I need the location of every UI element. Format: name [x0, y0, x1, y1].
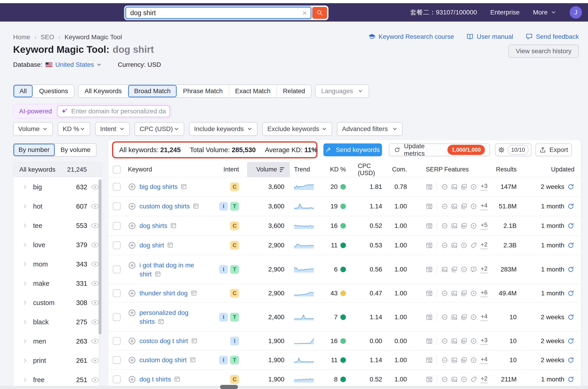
- more-menu[interactable]: More: [533, 9, 556, 16]
- eye-icon[interactable]: [91, 242, 99, 248]
- refresh-icon[interactable]: [567, 266, 574, 273]
- eye-icon[interactable]: [91, 203, 99, 209]
- serp-more-link[interactable]: +5: [481, 222, 488, 230]
- keyword-link[interactable]: dog shirts: [139, 221, 177, 230]
- horizontal-scrollbar-thumb[interactable]: [220, 385, 238, 389]
- eye-icon[interactable]: [91, 184, 99, 190]
- refresh-icon[interactable]: [567, 222, 574, 229]
- database-select[interactable]: United States: [55, 61, 102, 68]
- send-feedback-link[interactable]: Send feedback: [525, 33, 579, 40]
- sidebar-group-row[interactable]: hot 607: [13, 197, 102, 216]
- sidebar-group-row[interactable]: print 261: [13, 351, 102, 370]
- add-keyword-icon[interactable]: [128, 183, 136, 191]
- refresh-icon[interactable]: [567, 376, 574, 383]
- eye-icon[interactable]: [91, 357, 99, 363]
- row-checkbox[interactable]: [113, 202, 121, 210]
- keyword-link[interactable]: big dog shirts: [139, 182, 187, 191]
- eye-icon[interactable]: [91, 261, 99, 267]
- add-keyword-icon[interactable]: [128, 261, 136, 269]
- clear-icon[interactable]: ×: [302, 9, 307, 17]
- row-checkbox[interactable]: [113, 356, 121, 364]
- update-metrics-button[interactable]: Update metrics 1,000/1,000: [389, 143, 490, 156]
- add-keyword-icon[interactable]: [128, 241, 136, 250]
- refresh-icon[interactable]: [567, 290, 574, 297]
- keyword-link[interactable]: costco dog t shirt: [139, 336, 198, 345]
- view-search-history-button[interactable]: View search history: [509, 44, 579, 58]
- keyword-link[interactable]: dog shirt: [139, 241, 174, 250]
- sidebar-group-row[interactable]: tee 553: [13, 216, 102, 235]
- breadcrumb-home[interactable]: Home: [13, 33, 30, 41]
- serp-more-link[interactable]: +4: [481, 356, 488, 364]
- row-checkbox[interactable]: [113, 183, 121, 191]
- filter-include-keywords[interactable]: Include keywords: [189, 122, 257, 136]
- add-keyword-icon[interactable]: [128, 202, 136, 210]
- tab-exact-match[interactable]: Exact Match: [229, 85, 277, 97]
- serp-more-link[interactable]: +3: [481, 337, 488, 345]
- add-keyword-icon[interactable]: [128, 309, 136, 317]
- plan-usage[interactable]: 套餐二：93107/100000: [410, 8, 477, 17]
- keyword-research-course-link[interactable]: Keyword Research course: [368, 33, 454, 40]
- refresh-icon[interactable]: [567, 203, 574, 210]
- row-checkbox[interactable]: [113, 313, 121, 321]
- sidebar-header[interactable]: All keywords 21,245: [13, 162, 102, 177]
- sidebar-group-row[interactable]: big 632: [13, 177, 102, 197]
- row-checkbox[interactable]: [113, 290, 121, 297]
- keyword-link[interactable]: personalized dogshirts: [139, 308, 188, 326]
- refresh-icon[interactable]: [567, 314, 574, 321]
- filter-volume[interactable]: Volume: [13, 122, 53, 136]
- sidebar-scrollbar-thumb[interactable]: [99, 179, 102, 334]
- avatar[interactable]: J: [570, 6, 582, 19]
- add-keyword-icon[interactable]: [128, 222, 136, 230]
- serp-more-link[interactable]: +2: [481, 265, 488, 273]
- eye-icon[interactable]: [91, 280, 99, 286]
- tab-phrase-match[interactable]: Phrase Match: [177, 85, 229, 97]
- eye-icon[interactable]: [91, 223, 99, 228]
- sidebar-group-row[interactable]: mom 343: [13, 255, 102, 274]
- domain-input[interactable]: [71, 108, 166, 115]
- serp-more-link[interactable]: +4: [481, 313, 488, 321]
- eye-icon[interactable]: [91, 338, 99, 344]
- filter-exclude-keywords[interactable]: Exclude keywords: [262, 122, 332, 136]
- serp-more-link[interactable]: +3: [481, 183, 488, 191]
- breadcrumb-seo[interactable]: SEO: [41, 33, 54, 41]
- keyword-link[interactable]: custom dog shirt: [139, 356, 196, 364]
- enterprise-link[interactable]: Enterprise: [490, 9, 520, 16]
- languages-dropdown[interactable]: Languages: [315, 84, 369, 98]
- serp-more-link[interactable]: +2: [481, 375, 488, 383]
- add-keyword-icon[interactable]: [128, 375, 136, 384]
- serp-more-link[interactable]: +4: [481, 202, 488, 210]
- filter-advanced[interactable]: Advanced filters: [337, 122, 403, 136]
- export-button[interactable]: Export: [535, 143, 572, 156]
- toggle-by-number[interactable]: By number: [14, 144, 55, 156]
- row-checkbox[interactable]: [113, 241, 121, 249]
- sidebar-group-row[interactable]: make 331: [13, 274, 102, 293]
- row-checkbox[interactable]: [113, 375, 121, 383]
- sidebar-group-row[interactable]: black 275: [13, 312, 102, 332]
- select-all-checkbox[interactable]: [113, 166, 121, 173]
- search-button[interactable]: [312, 7, 327, 19]
- serp-more-link[interactable]: +6: [481, 290, 488, 297]
- refresh-icon[interactable]: [567, 337, 574, 345]
- sidebar-group-row[interactable]: men 263: [13, 332, 102, 351]
- toggle-by-volume[interactable]: By volume: [55, 144, 96, 156]
- filter-kd[interactable]: KD %: [58, 122, 90, 136]
- tab-broad-match[interactable]: Broad Match: [128, 85, 177, 97]
- row-checkbox[interactable]: [113, 337, 121, 345]
- search-input[interactable]: [126, 9, 302, 17]
- keyword-link[interactable]: dog t shirts: [139, 375, 181, 384]
- tab-related[interactable]: Related: [277, 85, 311, 97]
- refresh-icon[interactable]: [567, 183, 574, 191]
- user-manual-link[interactable]: User manual: [466, 33, 513, 40]
- filter-intent[interactable]: Intent: [95, 122, 130, 136]
- horizontal-scrollbar-track[interactable]: [0, 386, 588, 389]
- serp-more-link[interactable]: +2: [481, 241, 488, 249]
- keyword-link[interactable]: i got that dog in meshirt: [139, 261, 194, 279]
- settings-button[interactable]: 10/10: [495, 143, 531, 156]
- keyword-link[interactable]: thunder shirt dog: [139, 289, 197, 298]
- eye-icon[interactable]: [91, 319, 99, 325]
- add-keyword-icon[interactable]: [128, 337, 136, 345]
- row-checkbox[interactable]: [113, 222, 121, 230]
- add-keyword-icon[interactable]: [128, 356, 136, 364]
- eye-icon[interactable]: [91, 300, 99, 306]
- keyword-link[interactable]: custom dog shirts: [139, 202, 199, 211]
